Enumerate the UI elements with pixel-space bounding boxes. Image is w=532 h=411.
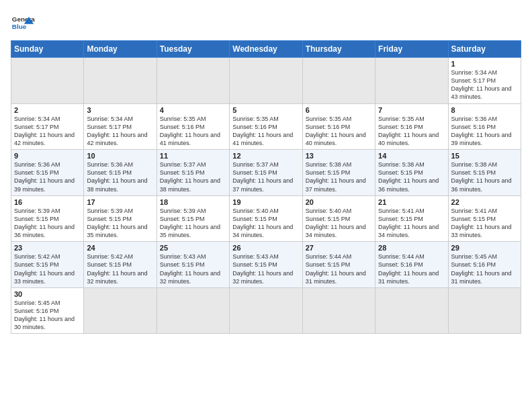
calendar-cell: 29Sunrise: 5:45 AM Sunset: 5:16 PM Dayli… <box>448 242 521 288</box>
calendar-cell: 14Sunrise: 5:38 AM Sunset: 5:15 PM Dayli… <box>375 150 448 196</box>
day-info: Sunrise: 5:38 AM Sunset: 5:15 PM Dayligh… <box>451 161 518 193</box>
weekday-header: Saturday <box>448 41 521 58</box>
calendar-cell: 6Sunrise: 5:35 AM Sunset: 5:16 PM Daylig… <box>302 103 375 150</box>
calendar-cell: 22Sunrise: 5:41 AM Sunset: 5:15 PM Dayli… <box>448 195 521 242</box>
day-info: Sunrise: 5:44 AM Sunset: 5:15 PM Dayligh… <box>306 253 372 285</box>
day-info: Sunrise: 5:36 AM Sunset: 5:16 PM Dayligh… <box>451 115 518 148</box>
weekday-header: Monday <box>84 41 157 58</box>
day-number: 2 <box>14 106 81 114</box>
day-info: Sunrise: 5:45 AM Sunset: 5:16 PM Dayligh… <box>14 299 81 332</box>
day-number: 10 <box>87 152 153 160</box>
calendar-cell: 21Sunrise: 5:41 AM Sunset: 5:15 PM Dayli… <box>375 195 448 242</box>
calendar-cell: 13Sunrise: 5:38 AM Sunset: 5:15 PM Dayli… <box>302 150 375 196</box>
day-info: Sunrise: 5:40 AM Sunset: 5:15 PM Dayligh… <box>306 207 372 240</box>
day-info: Sunrise: 5:36 AM Sunset: 5:15 PM Dayligh… <box>87 161 153 193</box>
day-info: Sunrise: 5:41 AM Sunset: 5:15 PM Dayligh… <box>378 207 445 240</box>
calendar-cell <box>375 287 448 334</box>
day-number: 23 <box>14 244 81 252</box>
day-info: Sunrise: 5:45 AM Sunset: 5:16 PM Dayligh… <box>451 253 518 285</box>
calendar-cell <box>448 287 521 334</box>
calendar-cell: 20Sunrise: 5:40 AM Sunset: 5:15 PM Dayli… <box>302 195 375 242</box>
calendar-cell: 24Sunrise: 5:42 AM Sunset: 5:15 PM Dayli… <box>84 242 157 288</box>
day-number: 6 <box>306 106 372 114</box>
day-info: Sunrise: 5:38 AM Sunset: 5:15 PM Dayligh… <box>378 161 445 193</box>
day-number: 3 <box>87 106 153 114</box>
calendar-cell: 28Sunrise: 5:44 AM Sunset: 5:16 PM Dayli… <box>375 242 448 288</box>
calendar-cell: 7Sunrise: 5:35 AM Sunset: 5:16 PM Daylig… <box>375 103 448 150</box>
day-number: 1 <box>451 60 518 68</box>
calendar-cell: 10Sunrise: 5:36 AM Sunset: 5:15 PM Dayli… <box>84 150 157 196</box>
logo: General Blue <box>11 11 35 35</box>
calendar-cell: 26Sunrise: 5:43 AM Sunset: 5:15 PM Dayli… <box>230 242 302 288</box>
day-info: Sunrise: 5:39 AM Sunset: 5:15 PM Dayligh… <box>14 207 81 240</box>
calendar-cell: 8Sunrise: 5:36 AM Sunset: 5:16 PM Daylig… <box>448 103 521 150</box>
day-number: 5 <box>232 106 299 114</box>
day-number: 16 <box>14 198 81 206</box>
day-info: Sunrise: 5:35 AM Sunset: 5:16 PM Dayligh… <box>378 115 445 148</box>
calendar-cell <box>230 287 302 334</box>
calendar-cell: 11Sunrise: 5:37 AM Sunset: 5:15 PM Dayli… <box>157 150 229 196</box>
weekday-header: Wednesday <box>230 41 302 58</box>
day-info: Sunrise: 5:44 AM Sunset: 5:16 PM Dayligh… <box>378 253 445 285</box>
day-number: 9 <box>14 152 81 160</box>
day-number: 19 <box>232 198 299 206</box>
calendar: SundayMondayTuesdayWednesdayThursdayFrid… <box>11 40 521 334</box>
calendar-cell <box>157 58 229 104</box>
day-number: 13 <box>306 152 372 160</box>
day-number: 25 <box>160 244 226 252</box>
day-info: Sunrise: 5:39 AM Sunset: 5:15 PM Dayligh… <box>87 207 153 240</box>
calendar-cell: 5Sunrise: 5:35 AM Sunset: 5:16 PM Daylig… <box>230 103 302 150</box>
day-info: Sunrise: 5:38 AM Sunset: 5:15 PM Dayligh… <box>306 161 372 193</box>
calendar-cell: 2Sunrise: 5:34 AM Sunset: 5:17 PM Daylig… <box>11 103 84 150</box>
day-number: 21 <box>378 198 445 206</box>
day-info: Sunrise: 5:42 AM Sunset: 5:15 PM Dayligh… <box>14 253 81 285</box>
calendar-cell: 9Sunrise: 5:36 AM Sunset: 5:15 PM Daylig… <box>11 150 84 196</box>
day-info: Sunrise: 5:34 AM Sunset: 5:17 PM Dayligh… <box>451 68 518 101</box>
day-info: Sunrise: 5:35 AM Sunset: 5:16 PM Dayligh… <box>160 115 226 148</box>
calendar-cell <box>157 287 229 334</box>
calendar-cell: 23Sunrise: 5:42 AM Sunset: 5:15 PM Dayli… <box>11 242 84 288</box>
calendar-cell <box>230 58 302 104</box>
weekday-header: Friday <box>375 41 448 58</box>
calendar-cell: 12Sunrise: 5:37 AM Sunset: 5:15 PM Dayli… <box>230 150 302 196</box>
day-info: Sunrise: 5:34 AM Sunset: 5:17 PM Dayligh… <box>87 115 153 148</box>
calendar-cell <box>375 58 448 104</box>
day-info: Sunrise: 5:42 AM Sunset: 5:15 PM Dayligh… <box>87 253 153 285</box>
day-number: 14 <box>378 152 445 160</box>
day-info: Sunrise: 5:43 AM Sunset: 5:15 PM Dayligh… <box>232 253 299 285</box>
day-number: 8 <box>451 106 518 114</box>
calendar-cell <box>84 287 157 334</box>
day-number: 18 <box>160 198 226 206</box>
calendar-cell: 18Sunrise: 5:39 AM Sunset: 5:15 PM Dayli… <box>157 195 229 242</box>
calendar-cell <box>302 58 375 104</box>
calendar-cell: 3Sunrise: 5:34 AM Sunset: 5:17 PM Daylig… <box>84 103 157 150</box>
day-number: 26 <box>232 244 299 252</box>
day-number: 12 <box>232 152 299 160</box>
day-info: Sunrise: 5:40 AM Sunset: 5:15 PM Dayligh… <box>232 207 299 240</box>
day-info: Sunrise: 5:35 AM Sunset: 5:16 PM Dayligh… <box>232 115 299 148</box>
header: General Blue <box>11 11 521 35</box>
calendar-cell <box>302 287 375 334</box>
calendar-cell <box>84 58 157 104</box>
weekday-header: Thursday <box>302 41 375 58</box>
day-number: 29 <box>451 244 518 252</box>
calendar-cell: 25Sunrise: 5:43 AM Sunset: 5:15 PM Dayli… <box>157 242 229 288</box>
calendar-cell: 4Sunrise: 5:35 AM Sunset: 5:16 PM Daylig… <box>157 103 229 150</box>
day-info: Sunrise: 5:34 AM Sunset: 5:17 PM Dayligh… <box>14 115 81 148</box>
calendar-cell: 1Sunrise: 5:34 AM Sunset: 5:17 PM Daylig… <box>448 58 521 104</box>
day-info: Sunrise: 5:37 AM Sunset: 5:15 PM Dayligh… <box>160 161 226 193</box>
day-info: Sunrise: 5:37 AM Sunset: 5:15 PM Dayligh… <box>232 161 299 193</box>
calendar-cell: 19Sunrise: 5:40 AM Sunset: 5:15 PM Dayli… <box>230 195 302 242</box>
day-number: 27 <box>306 244 372 252</box>
day-number: 20 <box>306 198 372 206</box>
weekday-header: Sunday <box>11 41 84 58</box>
day-info: Sunrise: 5:41 AM Sunset: 5:15 PM Dayligh… <box>451 207 518 240</box>
day-number: 17 <box>87 198 153 206</box>
day-number: 15 <box>451 152 518 160</box>
day-number: 30 <box>14 290 81 298</box>
calendar-cell: 16Sunrise: 5:39 AM Sunset: 5:15 PM Dayli… <box>11 195 84 242</box>
day-number: 11 <box>160 152 226 160</box>
day-info: Sunrise: 5:43 AM Sunset: 5:15 PM Dayligh… <box>160 253 226 285</box>
calendar-cell: 15Sunrise: 5:38 AM Sunset: 5:15 PM Dayli… <box>448 150 521 196</box>
calendar-cell: 17Sunrise: 5:39 AM Sunset: 5:15 PM Dayli… <box>84 195 157 242</box>
